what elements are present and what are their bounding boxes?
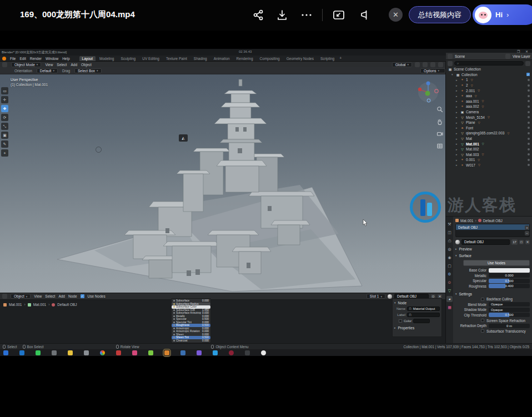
menu-help[interactable]: Help [62, 57, 69, 61]
surface-section[interactable]: ▾Surface [455, 253, 530, 258]
settings-section[interactable]: ▾Settings [455, 291, 530, 297]
menu-edit[interactable]: Edit [19, 57, 26, 61]
orientation-dropdown[interactable]: Default▾ [37, 68, 58, 73]
download-icon[interactable] [275, 8, 289, 22]
outliner-item[interactable]: ▸▽Mat.002 [446, 147, 532, 152]
measure-tool-icon[interactable]: ⌖ [1, 149, 8, 157]
outliner-item-active[interactable]: ▸▽Mat.001▽ [446, 141, 532, 147]
taskbar-app-icon[interactable] [68, 350, 73, 355]
visibility-icon[interactable] [528, 100, 530, 102]
overlays-icon[interactable] [430, 62, 435, 67]
menu-view[interactable]: View [45, 63, 53, 67]
taskbar-app-icon[interactable] [148, 350, 153, 355]
node-color-checkbox[interactable] [399, 319, 402, 323]
taskbar-app-icon[interactable] [116, 350, 121, 355]
fake-user-icon[interactable]: 🗋 [519, 240, 524, 244]
outliner-item[interactable]: ▸▽Plane▽ [446, 120, 532, 125]
visibility-icon[interactable] [528, 143, 530, 145]
collection-checkbox[interactable]: ✓ [526, 73, 530, 76]
slot-dropdown[interactable]: Slot 1▾ [367, 294, 385, 299]
material-name-field[interactable]: Default OBJ [461, 239, 510, 245]
editor-type-icon[interactable] [2, 62, 7, 67]
camera-view-icon[interactable] [436, 130, 443, 137]
proportional-edit-icon[interactable] [423, 62, 428, 67]
blender-logo-icon[interactable] [2, 57, 6, 61]
node-label-field[interactable]: 🗋 [407, 313, 440, 317]
taskbar-app-icon[interactable] [19, 350, 24, 355]
scene-icon[interactable] [448, 54, 453, 59]
scale-tool-icon[interactable]: ⤡ [1, 123, 8, 130]
visibility-icon[interactable] [528, 105, 530, 108]
object-data-tab-icon[interactable]: ▽ [446, 288, 453, 294]
taskbar-app-icon[interactable] [36, 350, 41, 355]
expand-arrow-icon[interactable]: ▾ [451, 73, 454, 76]
select-box-tool-icon[interactable]: ▭ [1, 87, 8, 94]
more-icon[interactable] [299, 8, 314, 22]
tab-shading[interactable]: Shading [191, 56, 210, 61]
tab-rendering[interactable]: Rendering [234, 56, 256, 61]
tab-animation[interactable]: Animation [211, 56, 233, 61]
taskbar-app-icon[interactable] [245, 350, 250, 355]
outliner-item[interactable]: ▸▣Camera [446, 109, 532, 115]
perspective-toggle-icon[interactable] [436, 143, 443, 149]
add-workspace-icon[interactable]: + [339, 56, 342, 61]
rotate-tool-icon[interactable]: ⟳ [1, 114, 8, 121]
outliner-item[interactable]: ▸▽qianqing365.com22.003▽ [446, 130, 532, 136]
mode-dropdown[interactable]: Object Mode▾ [11, 62, 41, 67]
ai-assistant-button[interactable]: Hi › [473, 4, 532, 25]
taskbar-app-icon[interactable] [197, 350, 202, 355]
shadow-mode-dropdown[interactable]: Opaque [489, 308, 530, 312]
visibility-icon[interactable] [528, 95, 530, 97]
outliner-item[interactable]: ▸▽Mat.003▽ [446, 152, 532, 158]
filter-icon[interactable] [525, 61, 530, 66]
node-input-row[interactable]: Subsurface0.000 [172, 299, 210, 303]
taskbar-app-icon[interactable] [52, 350, 57, 355]
material-tab-icon[interactable]: ◕ [446, 296, 453, 302]
start-button-icon[interactable] [3, 350, 8, 355]
menu-select[interactable]: Select [45, 294, 55, 298]
visibility-icon[interactable] [528, 122, 530, 124]
outliner-item[interactable]: ▸⌖0.001▽ [446, 157, 532, 163]
preview-section[interactable]: ▸Preview [455, 246, 530, 252]
shader-editor[interactable]: Object▾ View Select Add Node ✓ Use Nodes… [0, 293, 445, 343]
use-nodes-checkbox[interactable]: ✓ [81, 294, 84, 298]
render-tab-icon[interactable]: ◫ [446, 229, 453, 235]
taskbar-app-icon[interactable] [100, 350, 105, 355]
roughness-slider[interactable]: 0.400 [489, 284, 530, 288]
view-layer-icon[interactable] [505, 54, 510, 59]
principled-bsdf-node[interactable]: Subsurface0.000 Subsurface Radius Subsur… [171, 298, 211, 343]
summarize-video-button[interactable]: 总结视频内容 [409, 6, 471, 23]
outliner-item[interactable]: ▸⌖aaa▽ [446, 93, 532, 99]
taskbar-app-icon[interactable] [213, 350, 218, 355]
blender-app-icon[interactable] [164, 350, 169, 355]
outliner-item[interactable]: ▸▽Mesh_5154▽ [446, 114, 532, 120]
subsurface-translucency-checkbox[interactable] [481, 329, 484, 333]
remove-slot-button[interactable]: − [525, 231, 529, 235]
tab-scripting[interactable]: Scripting [318, 56, 337, 61]
shading-mode-icon[interactable] [438, 62, 443, 67]
node-color-field[interactable] [413, 319, 430, 323]
view-layer-name[interactable]: View Layer [513, 54, 530, 58]
move-tool-icon[interactable]: ✥ [1, 105, 8, 112]
visibility-icon[interactable] [528, 132, 530, 134]
zoom-view-icon[interactable] [436, 106, 443, 113]
taskbar-app-icon[interactable] [229, 350, 234, 355]
drag-tool-dropdown[interactable]: Select Box▾ [74, 68, 102, 73]
taskbar-app-icon[interactable] [261, 350, 266, 355]
world-tab-icon[interactable]: ◉ [446, 254, 453, 260]
visibility-icon[interactable] [528, 127, 530, 129]
visibility-icon[interactable] [528, 79, 530, 81]
menu-add[interactable]: Add [71, 63, 77, 67]
picture-in-picture-icon[interactable] [332, 8, 346, 22]
close-assistant-icon[interactable]: ✕ [389, 8, 403, 22]
visibility-icon[interactable] [528, 153, 530, 155]
visibility-icon[interactable] [528, 111, 530, 113]
outliner-item[interactable]: ▸⌖2.001▽ [446, 88, 532, 93]
visibility-icon[interactable] [528, 138, 530, 140]
backface-culling-checkbox[interactable] [481, 298, 484, 301]
material-slot-selected[interactable]: Default OBJ [456, 224, 529, 230]
outliner-search-input[interactable]: ⌕ [454, 61, 524, 66]
visibility-icon[interactable] [528, 164, 530, 166]
taskbar-app-icon[interactable] [84, 350, 89, 355]
outliner-item[interactable]: ▸⌖1▽ [446, 77, 532, 83]
